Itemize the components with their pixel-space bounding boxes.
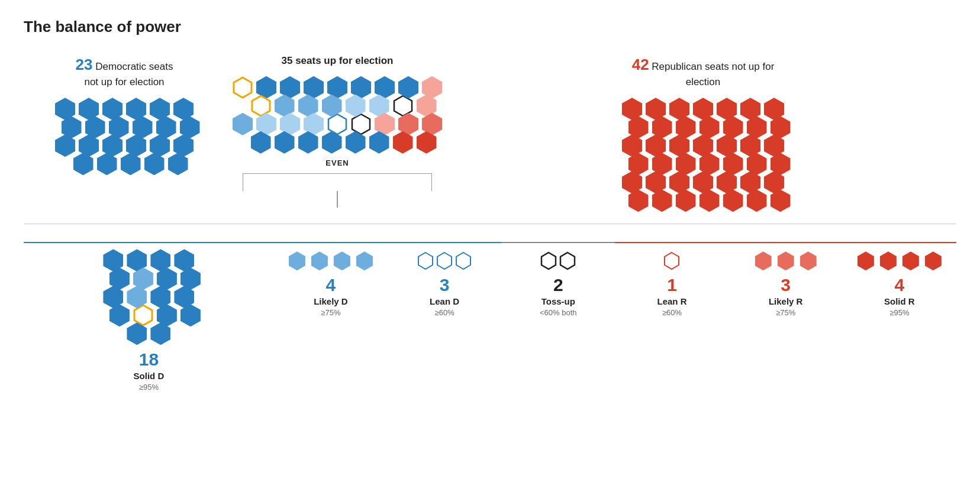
category-name: Solid D [134,371,165,381]
hex [311,251,328,270]
rep-not-up-label: 42 Republican seats not up forelection [632,54,775,89]
hex [902,251,919,270]
svg-marker-10 [560,253,575,269]
svg-marker-8 [456,253,470,269]
center-up-grid [231,76,444,154]
hex [858,251,874,270]
category-pct: ≥95% [139,383,159,392]
category-count: 4 [895,275,905,295]
center-up-count: 35 [282,55,293,66]
category-name: Lean R [657,296,686,306]
even-label: EVEN [325,159,349,167]
solid-d-cluster [95,249,202,345]
hex [275,131,295,154]
hex [880,251,897,270]
hex [97,153,117,175]
category-count: 1 [667,275,677,295]
hex-row [627,189,792,212]
likely-d-hexes [287,251,375,270]
bracket-box [243,173,432,191]
hex-yellow-outline [233,76,253,99]
hex [369,131,389,154]
page-title: The balance of power [24,18,956,36]
center-up-section: 35 seats up for election [225,54,450,208]
category-solid-r: 4 Solid R ≥95% [843,242,956,392]
hex [393,131,413,154]
category-name: Lean D [430,296,459,306]
hex [121,153,141,175]
dem-not-up-section: 23 Democratic seatsnot up for election [24,54,225,175]
hex [322,131,342,154]
hex [127,322,147,345]
category-pct: ≥60% [662,308,682,317]
category-likely-r: 3 Likely R ≥75% [729,242,843,392]
hex [168,153,188,175]
category-pct: ≥75% [321,308,340,317]
hex-lean-d-outline [455,251,472,270]
hex [800,251,817,270]
hex [778,251,794,270]
hex [334,251,350,270]
category-toss-up: 2 Toss-up <60% both [501,242,615,392]
center-up-label: 35 seats up for election [282,54,394,68]
hex-lean-d-outline [417,251,434,270]
hex [925,251,942,270]
hex [755,251,772,270]
svg-marker-0 [234,77,252,98]
svg-marker-7 [437,253,452,269]
hex [144,153,165,175]
category-name: Toss-up [541,296,575,306]
hex [73,153,94,175]
category-count: 3 [781,275,791,295]
hex [289,251,305,270]
category-pct: ≥75% [776,308,795,317]
bracket-stem [337,191,338,208]
dem-not-up-label: 23 Democratic seatsnot up for election [76,54,173,89]
category-pct: <60% both [540,308,577,317]
svg-marker-9 [541,253,556,269]
hex-toss-up-outline [559,251,576,270]
category-count: 2 [553,275,563,295]
category-pct: ≥95% [889,308,909,317]
hex [298,131,318,154]
svg-marker-1 [252,96,270,116]
hex-row [249,131,439,154]
hex-yellow-outline [251,95,271,117]
toss-up-hexes [540,251,576,270]
category-name: Solid R [884,296,915,306]
hex [417,131,437,154]
rep-not-up-grid [614,98,792,212]
dem-not-up-grid [47,98,202,175]
category-count: 4 [326,275,336,295]
hex-toss-up-outline [540,251,557,270]
lean-d-hexes [417,251,472,270]
rep-not-up-count: 42 [632,56,649,73]
hex-lean-r-outline [663,251,680,270]
hex [356,251,373,270]
svg-marker-6 [418,253,433,269]
category-lean-r: 1 Lean R ≥60% [615,242,728,392]
rep-not-up-section: 42 Republican seats not up forelection [450,54,956,212]
category-count: 18 [139,350,159,370]
category-pct: ≥60% [435,308,454,317]
hex-lean-d-outline [436,251,453,270]
top-section: 23 Democratic seatsnot up for election [24,54,956,212]
lean-r-hexes [663,251,680,270]
category-solid-d: 18 Solid D ≥95% [24,242,274,392]
hex-row [72,153,190,175]
hex [346,131,366,154]
category-likely-d: 4 Likely D ≥75% [274,242,388,392]
hex [251,131,271,154]
dem-not-up-count: 23 [76,56,93,73]
connector-area: EVEN [225,159,450,208]
likely-r-hexes [753,251,818,270]
category-name: Likely R [769,296,803,306]
hex-row [125,322,172,345]
category-count: 3 [440,275,450,295]
solid-r-hexes [856,251,943,270]
svg-marker-11 [665,253,679,269]
bottom-section: 18 Solid D ≥95% 4 Likely D ≥75% 3 Lean D… [24,242,956,392]
category-name: Likely D [314,296,348,306]
section-divider [24,224,956,224]
category-lean-d: 3 Lean D ≥60% [388,242,501,392]
